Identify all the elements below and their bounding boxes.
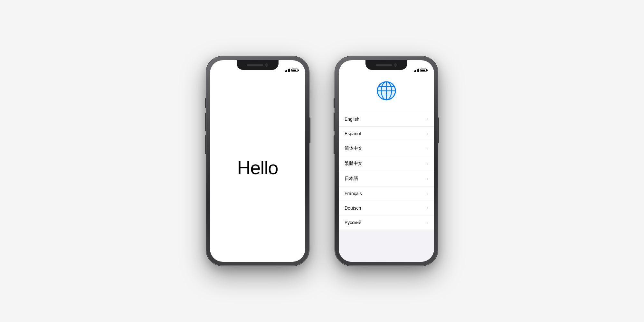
language-list: English › Español › 简体中文 › 繁體中文 › 日本語 [339,112,434,262]
lang-item-simplified-chinese[interactable]: 简体中文 › [339,141,434,156]
lang-name-japanese: 日本語 [345,176,358,182]
battery-icon-hello [291,69,299,72]
signal-icon-hello [285,69,290,72]
notch-lang [365,60,407,70]
phone-hello: Hello [206,56,309,266]
chevron-icon-simplified-chinese: › [427,146,428,151]
signal-icon-lang [414,69,419,72]
status-icons-lang [414,69,428,72]
chevron-icon-german: › [427,206,428,210]
phone-language: English › Español › 简体中文 › 繁體中文 › 日本語 [335,56,438,266]
power-button [309,118,310,143]
silent-button-lang [334,98,335,108]
phone-screen-language: English › Español › 简体中文 › 繁體中文 › 日本語 [339,60,434,262]
chevron-icon-espanol: › [427,131,428,136]
speaker-lang [376,64,392,66]
chevron-icon-french: › [427,191,428,196]
lang-item-russian[interactable]: Русский › [339,215,434,230]
speaker-hello [247,64,263,66]
lang-name-russian: Русский [345,220,361,225]
lang-item-german[interactable]: Deutsch › [339,201,434,215]
language-content: English › Español › 简体中文 › 繁體中文 › 日本語 [339,73,434,262]
hello-content: Hello [237,73,278,262]
lang-item-traditional-chinese[interactable]: 繁體中文 › [339,156,434,171]
camera-hello [265,63,268,67]
camera-lang [394,63,397,67]
lang-item-espanol[interactable]: Español › [339,127,434,141]
silent-button [205,98,206,108]
status-icons-hello [285,69,299,72]
lang-name-simplified-chinese: 简体中文 [345,146,363,151]
chevron-icon-traditional-chinese: › [427,161,428,166]
chevron-icon-russian: › [427,220,428,225]
phone-screen-hello: Hello [210,60,305,262]
volume-down-button [205,135,206,154]
chevron-icon-japanese: › [427,176,428,181]
lang-name-english: English [345,117,359,122]
lang-name-traditional-chinese: 繁體中文 [345,161,363,166]
lang-item-french[interactable]: Français › [339,186,434,201]
power-button-lang [438,118,439,143]
lang-item-english[interactable]: English › [339,112,434,127]
lang-name-french: Français [345,191,362,196]
globe-icon [375,80,398,102]
chevron-icon-english: › [427,117,428,121]
lang-name-german: Deutsch [345,205,361,211]
volume-down-button-lang [334,135,335,154]
lang-name-espanol: Español [345,131,361,136]
hello-text: Hello [237,157,278,178]
volume-up-button [205,113,206,131]
volume-up-button-lang [334,113,335,131]
battery-icon-lang [420,69,428,72]
notch-hello [237,60,279,70]
lang-item-japanese[interactable]: 日本語 › [339,171,434,186]
